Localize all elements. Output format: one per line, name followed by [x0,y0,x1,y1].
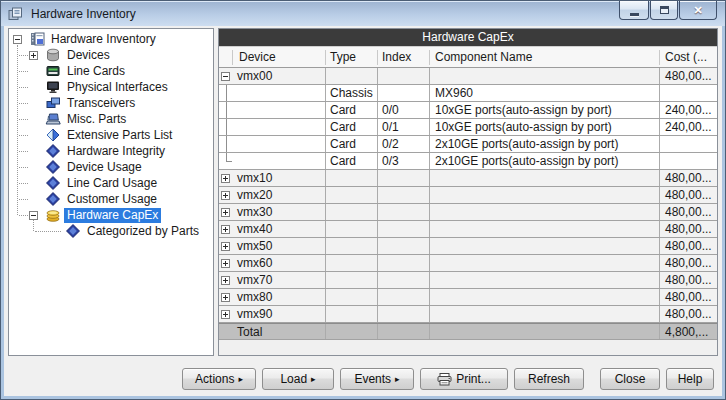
expand-icon[interactable] [221,208,230,217]
tree-item-physical-interfaces[interactable]: Physical Interfaces [9,79,213,95]
cell-type [326,170,378,186]
navigation-tree: Hardware InventoryDevicesLine CardsPhysi… [8,28,214,356]
hardware-inventory-window: Hardware Inventory ✕ Hardware InventoryD… [0,0,726,400]
tree-item-device-usage[interactable]: Device Usage [9,159,213,175]
tree-item-categorized-by-parts[interactable]: Categorized by Parts [9,223,213,239]
cell-device [233,85,326,101]
tree-item-line-card-usage[interactable]: Line Card Usage [9,175,213,191]
capex-row-vmx90[interactable]: vmx90 480,00... [219,306,717,323]
cell-component-name [430,221,660,237]
tree-item-devices[interactable]: Devices [9,47,213,63]
cell-cost: 480,00... [660,170,717,186]
capex-row-total[interactable]: Total 4,800,... [219,323,717,340]
tree-item-hardware-inventory[interactable]: Hardware Inventory [9,31,213,47]
tree-item-line-cards[interactable]: Line Cards [9,63,213,79]
titlebar[interactable]: Hardware Inventory ✕ [1,1,725,26]
tree-item-transceivers[interactable]: Transceivers [9,95,213,111]
row-expander-cell [219,85,233,101]
column-header-device[interactable]: Device [233,50,326,65]
tree-item-customer-usage[interactable]: Customer Usage [9,191,213,207]
help-button[interactable]: Help [666,368,714,390]
expand-icon[interactable] [221,276,230,285]
close-button[interactable]: ✕ [679,1,717,20]
tree-connector [33,220,34,231]
capex-row-vmx10[interactable]: vmx10 480,00... [219,170,717,187]
capex-row-vmx20[interactable]: vmx20 480,00... [219,187,717,204]
cell-cost: 480,00... [660,255,717,271]
cell-index [378,85,430,101]
tree-item-hardware-integrity[interactable]: Hardware Integrity [9,143,213,159]
inventory-icon [29,32,45,46]
cell-device: vmx30 [233,204,326,220]
cell-index: 0/2 [378,136,430,152]
load-button[interactable]: Load▸ [262,368,334,390]
print-button[interactable]: Print... [420,368,508,390]
capex-row-chassis[interactable]: Chassis MX960 [219,85,717,102]
diamond-icon [45,144,61,158]
maximize-button[interactable] [650,1,678,20]
row-expander-cell [219,204,233,220]
menu-arrow-icon: ▸ [395,374,400,384]
capex-row-vmx70[interactable]: vmx70 480,00... [219,272,717,289]
tree-item-label: Devices [64,48,113,63]
expand-icon[interactable] [221,259,230,268]
cell-type [326,255,378,271]
button-label: Print... [456,372,491,386]
cell-index [378,272,430,288]
capex-row-card-0-3[interactable]: Card 0/3 2x10GE ports(auto-assign by por… [219,153,717,170]
physical-interfaces-icon [45,80,61,94]
column-header-cost[interactable]: Cost (... [660,50,717,65]
misc-parts-icon [45,112,61,126]
row-expander-cell [219,119,233,135]
expand-icon[interactable] [221,174,230,183]
column-header-component-name[interactable]: Component Name [430,50,660,65]
collapse-icon[interactable] [221,72,230,81]
expand-icon[interactable] [221,191,230,200]
capex-row-vmx40[interactable]: vmx40 480,00... [219,221,717,238]
capex-row-vmx80[interactable]: vmx80 480,00... [219,289,717,306]
tree-item-misc-parts[interactable]: Misc. Parts [9,111,213,127]
devices-icon [45,48,61,62]
capex-row-vmx00[interactable]: vmx00 480,00... [219,68,717,85]
column-header-type[interactable]: Type [326,50,378,65]
cell-index: 0/0 [378,102,430,118]
cell-cost: 240,00... [660,102,717,118]
cell-component-name [430,289,660,305]
collapse-icon[interactable] [13,35,22,44]
cell-component-name [430,187,660,203]
minimize-button[interactable] [619,1,649,20]
capex-row-vmx50[interactable]: vmx50 480,00... [219,238,717,255]
cell-type: Chassis [326,85,378,101]
cell-device: vmx60 [233,255,326,271]
expand-icon[interactable] [221,310,230,319]
button-label: Events [354,372,391,386]
row-expander-cell [219,289,233,305]
cell-type [326,289,378,305]
cell-type [326,272,378,288]
cell-component-name: 2x10GE ports(auto-assign by port) [430,136,660,152]
expand-icon[interactable] [221,225,230,234]
close-button[interactable]: Close [600,368,660,390]
cell-cost: 4,800,... [660,324,717,339]
tree-item-hardware-capex[interactable]: Hardware CapEx [9,207,213,223]
cell-index [378,187,430,203]
column-header-index[interactable]: Index [378,50,430,65]
expand-icon[interactable] [221,293,230,302]
expand-icon[interactable] [29,51,38,60]
events-button[interactable]: Events▸ [340,368,414,390]
capex-row-card-0-1[interactable]: Card 0/1 10xGE ports(auto-assign by port… [219,119,717,136]
cell-index [378,170,430,186]
capex-row-card-0-2[interactable]: Card 0/2 2x10GE ports(auto-assign by por… [219,136,717,153]
capex-row-vmx60[interactable]: vmx60 480,00... [219,255,717,272]
cell-index [378,221,430,237]
transceivers-icon [45,96,61,110]
refresh-button[interactable]: Refresh [514,368,584,390]
tree-item-extensive-parts-list[interactable]: Extensive Parts List [9,127,213,143]
tree-item-label: Hardware CapEx [64,208,161,223]
collapse-icon[interactable] [29,211,38,220]
actions-button[interactable]: Actions▸ [182,368,256,390]
capex-row-vmx30[interactable]: vmx30 480,00... [219,204,717,221]
expand-icon[interactable] [221,242,230,251]
capex-row-card-0-0[interactable]: Card 0/0 10xGE ports(auto-assign by port… [219,102,717,119]
button-label: Actions [195,372,234,386]
